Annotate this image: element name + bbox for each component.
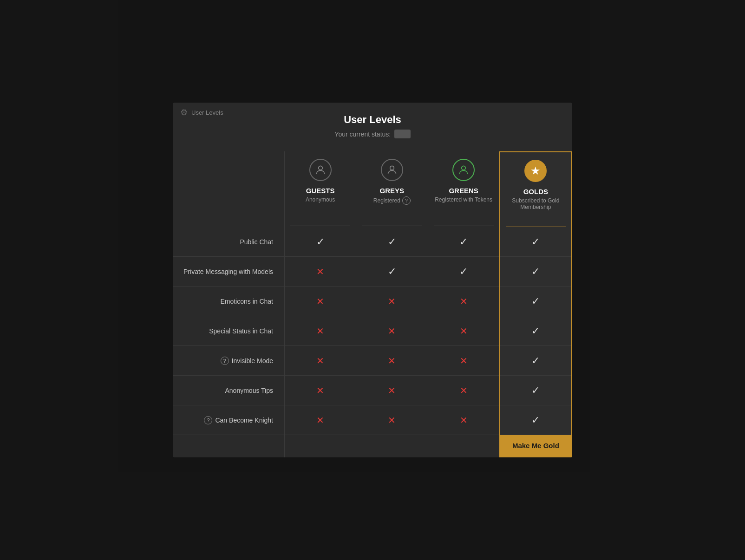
current-status-badge [394, 130, 410, 138]
golds-emoticons-cell: ✓ [500, 287, 571, 316]
guests-knight-cell: ✕ [285, 405, 356, 435]
footer-spacer-features [173, 435, 284, 457]
feature-can-become-knight: ? Can Become Knight [173, 405, 284, 435]
guests-private-msg-cell: ✕ [285, 257, 356, 287]
current-status-row: Your current status: [188, 130, 557, 138]
guests-invisible-cell: ✕ [285, 346, 356, 376]
greys-public-chat-cell: ✓ [356, 227, 427, 257]
greens-sub: Registered with Tokens [435, 196, 492, 203]
feature-special-status: Special Status in Chat [173, 316, 284, 346]
svg-point-0 [318, 166, 322, 170]
golds-special-status-cell: ✓ [500, 316, 571, 346]
feature-private-messaging: Private Messaging with Models [173, 257, 284, 287]
knight-help-icon[interactable]: ? [204, 416, 212, 424]
greens-divider [434, 226, 494, 226]
current-status-label: Your current status: [334, 130, 391, 138]
feature-anonymous-tips: Anonymous Tips [173, 376, 284, 405]
col-guests: GUESTS Anonymous [284, 151, 356, 227]
guests-icon [309, 159, 332, 181]
feature-public-chat: Public Chat [173, 227, 284, 257]
footer-guests [284, 435, 356, 457]
settings-icon: ⚙ [180, 107, 188, 117]
greys-special-status-cell: ✕ [356, 316, 427, 346]
greens-name: GREENS [449, 187, 478, 195]
greys-header: GREYS Registered ? [356, 151, 427, 226]
greens-anon-tips-cell: ✕ [428, 376, 499, 405]
greys-values-col: ✓ ✓ ✕ ✕ ✕ ✕ ✕ [356, 227, 427, 435]
make-me-gold-button[interactable]: Make Me Gold [507, 442, 565, 449]
guests-values-col: ✓ ✕ ✕ ✕ ✕ ✕ ✕ [284, 227, 356, 435]
greens-icon [452, 159, 475, 181]
col-greens: GREENS Registered with Tokens [428, 151, 499, 227]
greys-anon-tips-cell: ✕ [356, 376, 427, 405]
feature-label-header [173, 151, 284, 227]
golds-private-msg-cell: ✓ [500, 257, 571, 287]
invisible-help-icon[interactable]: ? [221, 357, 229, 365]
golds-invisible-cell: ✓ [500, 346, 571, 376]
modal-title: User Levels [188, 114, 557, 126]
svg-point-2 [462, 166, 466, 170]
footer-greys [356, 435, 427, 457]
golds-name: GOLDS [523, 188, 548, 195]
greens-emoticons-cell: ✕ [428, 287, 499, 316]
golds-public-chat-cell: ✓ [500, 227, 571, 257]
greys-icon [381, 159, 403, 181]
golds-knight-cell: ✓ [500, 405, 571, 435]
golds-anon-tips-cell: ✓ [500, 376, 571, 405]
greens-private-msg-cell: ✓ [428, 257, 499, 287]
guests-sub: Anonymous [306, 196, 335, 203]
feature-names-col: Public Chat Private Messaging with Model… [173, 227, 284, 435]
svg-point-1 [390, 166, 394, 170]
guests-special-status-cell: ✕ [285, 316, 356, 346]
greys-knight-cell: ✕ [356, 405, 427, 435]
guests-name: GUESTS [306, 187, 335, 195]
greys-help-icon[interactable]: ? [402, 196, 411, 205]
guests-anon-tips-cell: ✕ [285, 376, 356, 405]
greens-public-chat-cell: ✓ [428, 227, 499, 257]
feature-emoticons: Emoticons in Chat [173, 287, 284, 316]
feature-rows-container: Public Chat Private Messaging with Model… [173, 227, 572, 435]
greys-emoticons-cell: ✕ [356, 287, 427, 316]
greens-special-status-cell: ✕ [428, 316, 499, 346]
golds-footer-col: Make Me Gold [499, 435, 572, 457]
golds-values-col: ✓ ✓ ✓ ✓ ✓ ✓ ✓ [499, 227, 572, 435]
col-greys: GREYS Registered ? [356, 151, 427, 227]
greys-name: GREYS [380, 187, 405, 195]
column-headers: GUESTS Anonymous GREYS [173, 151, 572, 227]
guests-public-chat-cell: ✓ [285, 227, 356, 257]
feature-invisible-mode: ? Invisible Mode [173, 346, 284, 376]
modal-header: User Levels Your current status: [173, 103, 572, 151]
gold-footer: Make Me Gold [500, 435, 571, 456]
overlay: ⚙ User Levels User Levels Your current s… [0, 0, 745, 560]
guests-header: GUESTS Anonymous [285, 151, 356, 226]
top-bar-label: User Levels [191, 109, 223, 116]
guests-emoticons-cell: ✕ [285, 287, 356, 316]
greys-sub: Registered ? [373, 196, 411, 205]
footer-row: Make Me Gold [173, 435, 572, 457]
greys-private-msg-cell: ✓ [356, 257, 427, 287]
guests-divider [290, 226, 350, 226]
col-golds: ★ GOLDS Subscribed to Gold Membership [499, 151, 572, 227]
greens-invisible-cell: ✕ [428, 346, 499, 376]
golds-header: ★ GOLDS Subscribed to Gold Membership [500, 152, 571, 227]
golds-icon: ★ [524, 160, 547, 182]
greens-values-col: ✓ ✓ ✕ ✕ ✕ ✕ ✕ [428, 227, 499, 435]
greys-invisible-cell: ✕ [356, 346, 427, 376]
user-levels-modal: ⚙ User Levels User Levels Your current s… [173, 103, 572, 457]
footer-greens [428, 435, 499, 457]
greys-divider [362, 226, 422, 226]
golds-sub: Subscribed to Gold Membership [506, 197, 566, 210]
top-bar: ⚙ User Levels [180, 107, 223, 117]
greens-header: GREENS Registered with Tokens [428, 151, 499, 226]
greens-knight-cell: ✕ [428, 405, 499, 435]
